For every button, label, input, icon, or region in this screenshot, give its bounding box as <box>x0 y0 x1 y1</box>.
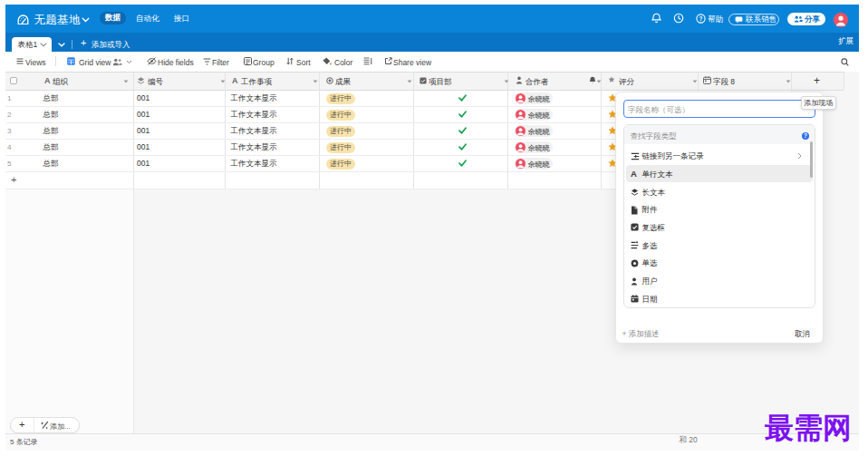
svg-text:?: ? <box>699 15 703 21</box>
